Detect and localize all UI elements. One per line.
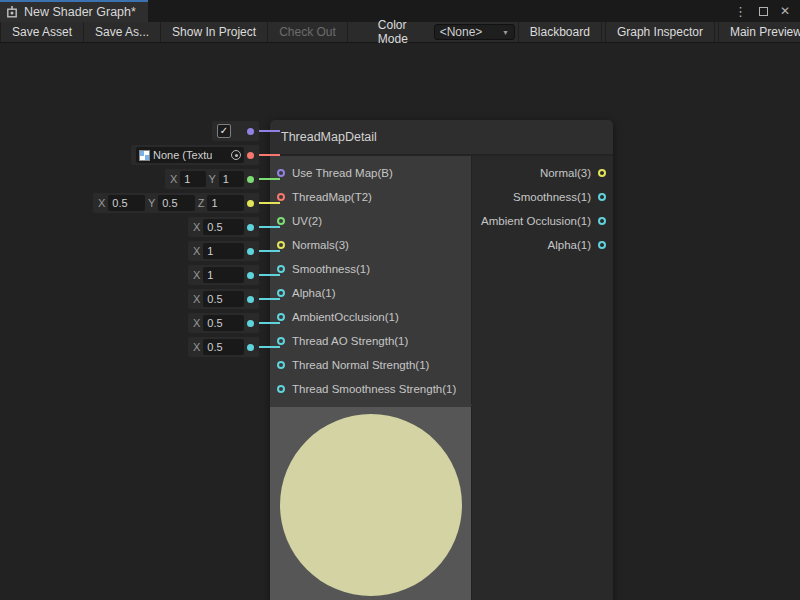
input-widget-row: X xyxy=(188,217,280,237)
input-port-label: Thread Normal Strength(1) xyxy=(292,359,429,371)
output-port-smoothness[interactable] xyxy=(598,193,606,201)
axis-label-x: X xyxy=(98,197,105,209)
input-port-row: Thread Normal Strength(1) xyxy=(270,353,471,377)
input-widget-row: None (Textu xyxy=(131,145,280,165)
axis-label-x: X xyxy=(170,173,177,185)
show-in-project-button[interactable]: Show In Project xyxy=(161,22,268,42)
port-stub-line xyxy=(259,178,280,180)
normals-x-field[interactable] xyxy=(108,195,145,211)
port-stub-line xyxy=(259,274,280,276)
thread-smoothness-strength-x-field[interactable] xyxy=(203,339,244,355)
port-stub-line xyxy=(259,298,280,300)
output-port-normal[interactable] xyxy=(598,169,606,177)
axis-label-x: X xyxy=(193,269,200,281)
output-port-ambient-occlusion[interactable] xyxy=(598,217,606,225)
port-stub-dot xyxy=(247,176,254,183)
node-output-column: Normal(3) Smoothness(1) Ambient Occlusio… xyxy=(472,156,613,404)
input-port-label: Thread AO Strength(1) xyxy=(292,335,408,347)
output-port-label: Normal(3) xyxy=(540,167,591,179)
input-widget-row: X xyxy=(188,313,280,333)
blackboard-toggle-button[interactable]: Blackboard xyxy=(518,22,602,42)
port-stub-line xyxy=(259,322,280,324)
output-port-alpha[interactable] xyxy=(598,241,606,249)
main-preview-toggle-button[interactable]: Main Preview xyxy=(718,22,800,42)
input-port-row: Use Thread Map(B) xyxy=(270,161,471,185)
input-widget-row: X Y Z xyxy=(93,193,280,213)
maximize-icon[interactable] xyxy=(759,7,768,16)
output-port-label: Smoothness(1) xyxy=(513,191,591,203)
shader-graph-window: New Shader Graph* ⋮ ✕ Save Asset Save As… xyxy=(0,0,800,600)
node-input-column: Use Thread Map(B) ThreadMap(T2) UV(2) No… xyxy=(270,156,472,404)
input-port-label: Alpha(1) xyxy=(292,287,335,299)
normals-y-field[interactable] xyxy=(158,195,195,211)
axis-label-y: Y xyxy=(148,197,155,209)
input-port-row: Thread Smoothness Strength(1) xyxy=(270,377,471,401)
color-mode-dropdown[interactable]: <None> ▼ xyxy=(434,24,515,40)
port-stub-line xyxy=(259,202,280,204)
thread-normal-strength-x-field[interactable] xyxy=(203,315,244,331)
port-stub-dot xyxy=(247,224,254,231)
port-stub-line xyxy=(259,226,280,228)
tab-new-shader-graph[interactable]: New Shader Graph* xyxy=(0,0,148,22)
axis-label-x: X xyxy=(193,293,200,305)
kebab-menu-icon[interactable]: ⋮ xyxy=(734,5,747,18)
input-port-thread-normal-strength[interactable] xyxy=(277,361,285,369)
node-preview xyxy=(270,404,472,600)
port-stub-dot xyxy=(247,272,254,279)
port-stub-line xyxy=(259,130,280,132)
input-port-thread-smoothness-strength[interactable] xyxy=(277,385,285,393)
output-port-row: Alpha(1) xyxy=(472,233,613,257)
graph-inspector-toggle-button[interactable]: Graph Inspector xyxy=(605,22,715,42)
output-port-row: Smoothness(1) xyxy=(472,185,613,209)
close-icon[interactable]: ✕ xyxy=(780,5,790,17)
input-port-row: ThreadMap(T2) xyxy=(270,185,471,209)
threadmap-object-field[interactable]: None (Textu xyxy=(136,147,244,163)
input-port-row: Smoothness(1) xyxy=(270,257,471,281)
port-stub-dot xyxy=(247,344,254,351)
axis-label-z: Z xyxy=(198,197,205,209)
port-stub-dot xyxy=(247,320,254,327)
save-as-button[interactable]: Save As... xyxy=(84,22,161,42)
threadmap-object-value: None (Textu xyxy=(153,149,212,161)
node-body: Use Thread Map(B) ThreadMap(T2) UV(2) No… xyxy=(270,156,613,404)
object-picker-icon[interactable] xyxy=(231,150,241,160)
port-stub-dot xyxy=(247,152,254,159)
save-asset-button[interactable]: Save Asset xyxy=(0,22,84,42)
window-controls: ⋮ ✕ xyxy=(734,0,800,22)
input-widget-row: X Y xyxy=(165,169,280,189)
port-stub-line xyxy=(259,250,280,252)
input-port-row: AmbientOcclusion(1) xyxy=(270,305,471,329)
port-stub-line xyxy=(259,346,280,348)
input-port-label: UV(2) xyxy=(292,215,322,227)
thread-ao-strength-x-field[interactable] xyxy=(203,291,244,307)
alpha-x-field[interactable] xyxy=(203,243,244,259)
input-port-row: UV(2) xyxy=(270,209,471,233)
uv-y-field[interactable] xyxy=(219,171,244,187)
port-stub-dot xyxy=(247,128,254,135)
use-thread-map-checkbox[interactable]: ✓ xyxy=(217,124,231,138)
smoothness-x-field[interactable] xyxy=(203,219,244,235)
port-stub-dot xyxy=(247,296,254,303)
color-mode-group: Color Mode <None> ▼ xyxy=(378,22,515,42)
node-header[interactable]: ThreadMapDetail xyxy=(270,120,613,156)
input-port-label: Use Thread Map(B) xyxy=(292,167,393,179)
normals-z-field[interactable] xyxy=(207,195,244,211)
uv-x-field[interactable] xyxy=(180,171,205,187)
check-icon: ✓ xyxy=(220,126,228,136)
output-port-label: Alpha(1) xyxy=(548,239,591,251)
axis-label-y: Y xyxy=(209,173,216,185)
texture-icon xyxy=(139,150,150,161)
shader-graph-icon xyxy=(6,6,18,18)
output-port-label: Ambient Occlusion(1) xyxy=(481,215,591,227)
tab-title: New Shader Graph* xyxy=(24,5,136,19)
input-port-label: AmbientOcclusion(1) xyxy=(292,311,399,323)
input-port-label: Thread Smoothness Strength(1) xyxy=(292,383,456,395)
ambientocclusion-x-field[interactable] xyxy=(203,267,244,283)
port-stub-line xyxy=(259,154,280,156)
node-preview-section xyxy=(270,404,613,600)
input-widget-row: ✓ xyxy=(212,121,280,141)
port-stub-dot xyxy=(247,248,254,255)
input-port-row: Normals(3) xyxy=(270,233,471,257)
graph-canvas[interactable]: ThreadMapDetail Use Thread Map(B) Thread… xyxy=(0,43,800,600)
node-threadmapdetail[interactable]: ThreadMapDetail Use Thread Map(B) Thread… xyxy=(270,120,613,600)
